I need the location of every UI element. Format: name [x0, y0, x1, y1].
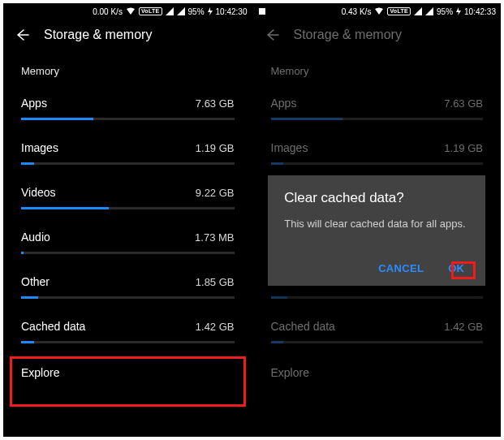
row-apps[interactable]: Apps 7.63 GB — [253, 82, 502, 127]
row-explore[interactable]: Explore — [3, 350, 252, 389]
row-value: 1.19 GB — [196, 142, 235, 154]
row-value: 1.73 MB — [195, 231, 234, 244]
usage-bar — [271, 118, 484, 120]
row-explore[interactable]: Explore — [253, 350, 502, 389]
settings-list: Memory Apps 7.63 GB Images 1.19 GB Video… — [3, 54, 252, 389]
row-label: Images — [271, 141, 308, 154]
phone-screenshot-right: 0.43 K/s VoLTE 95% 10:42:33 Storage & me… — [252, 3, 502, 437]
volte-badge: VoLTE — [139, 7, 162, 15]
section-memory[interactable]: Memory — [3, 54, 252, 82]
row-label: Cached data — [271, 320, 335, 333]
row-cached-data[interactable]: Cached data 1.42 GB — [3, 305, 252, 350]
usage-bar — [21, 118, 235, 120]
page-title: Storage & memory — [294, 28, 402, 42]
status-network-speed: 0.00 K/s — [93, 7, 123, 16]
app-header: Storage & memory — [3, 19, 252, 54]
volte-badge: VoLTE — [387, 7, 411, 15]
signal-icon-2 — [177, 7, 185, 15]
row-apps[interactable]: Apps 7.63 GB — [3, 82, 252, 127]
dialog-message: This will clear cached data for all apps… — [284, 218, 469, 230]
status-battery: 95% — [437, 7, 453, 16]
row-videos[interactable]: Videos 9.22 GB — [3, 171, 252, 216]
clear-cache-dialog: Clear cached data? This will clear cache… — [268, 175, 485, 286]
row-label: Apps — [271, 97, 297, 110]
row-value: 1.85 GB — [196, 276, 235, 288]
download-notification-icon — [258, 7, 266, 15]
charging-icon — [208, 7, 213, 15]
row-value: 9.22 GB — [196, 187, 235, 199]
status-bar: 0.00 K/s VoLTE 95% 10:42:30 — [3, 3, 252, 19]
signal-icon-2 — [425, 7, 433, 15]
row-label: Images — [21, 141, 58, 154]
phone-screenshot-left: 0.00 K/s VoLTE 95% 10:42:30 Storage & me… — [3, 3, 252, 437]
usage-bar — [21, 296, 235, 299]
row-images[interactable]: Images 1.19 GB — [253, 127, 502, 171]
section-memory[interactable]: Memory — [253, 54, 502, 82]
status-battery: 95% — [188, 7, 205, 16]
row-label: Apps — [21, 97, 47, 110]
signal-icon — [414, 7, 422, 15]
row-audio[interactable]: Audio 1.73 MB — [3, 216, 252, 261]
ok-button[interactable]: OK — [443, 259, 469, 278]
dialog-title: Clear cached data? — [284, 190, 469, 206]
status-time: 10:42:30 — [216, 7, 248, 16]
usage-bar — [21, 341, 235, 343]
svg-rect-0 — [259, 8, 265, 15]
row-other[interactable]: Other 1.85 GB — [3, 261, 252, 305]
wifi-icon — [374, 7, 384, 15]
row-label: Videos — [21, 186, 56, 199]
row-value: 1.42 GB — [444, 321, 483, 333]
signal-icon — [166, 7, 174, 15]
usage-bar — [271, 341, 484, 343]
row-label: Other — [21, 275, 50, 288]
row-value: 1.19 GB — [444, 142, 483, 154]
row-cached-data[interactable]: Cached data 1.42 GB — [253, 305, 502, 350]
usage-bar — [271, 296, 484, 299]
row-label: Audio — [21, 231, 50, 244]
app-header: Storage & memory — [253, 19, 502, 54]
cancel-button[interactable]: CANCEL — [373, 259, 429, 278]
row-images[interactable]: Images 1.19 GB — [3, 127, 252, 171]
back-button[interactable] — [265, 28, 279, 42]
status-network-speed: 0.43 K/s — [342, 7, 372, 16]
usage-bar — [271, 162, 484, 165]
page-title: Storage & memory — [44, 28, 152, 42]
row-value: 1.42 GB — [196, 321, 235, 333]
usage-bar — [21, 162, 235, 165]
back-button[interactable] — [15, 28, 29, 42]
usage-bar — [21, 207, 235, 209]
row-value: 7.63 GB — [444, 97, 483, 110]
status-time: 10:42:33 — [464, 7, 496, 16]
row-label: Cached data — [21, 320, 85, 333]
usage-bar — [21, 252, 235, 254]
status-bar: 0.43 K/s VoLTE 95% 10:42:33 — [253, 3, 502, 19]
row-value: 7.63 GB — [196, 97, 235, 110]
charging-icon — [456, 7, 461, 15]
wifi-icon — [126, 7, 136, 15]
